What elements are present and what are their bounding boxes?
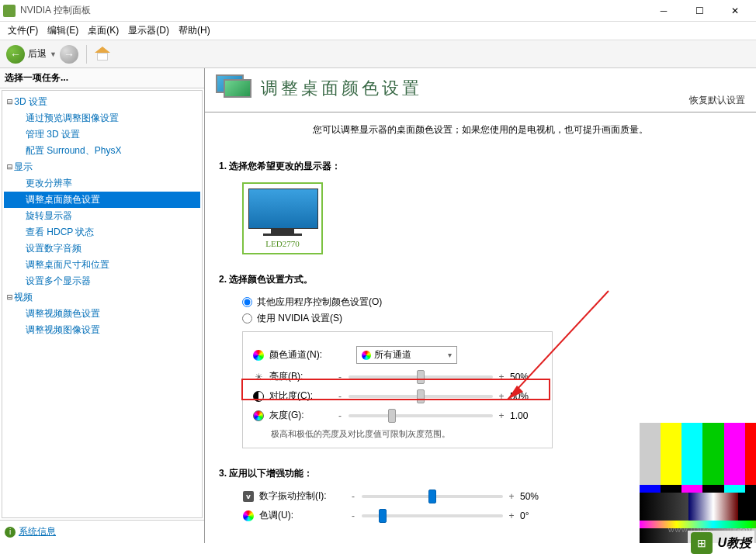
digital-vibrance-icon: 𝘃 — [243, 491, 254, 502]
tree-item[interactable]: 调整桌面尺寸和位置 — [4, 257, 200, 273]
digital-vibrance-row: 𝘃 数字振动控制(I): - + 50% — [242, 490, 553, 503]
back-label: 后退 — [28, 47, 47, 61]
tree-item[interactable]: 配置 Surround、PhysX — [4, 143, 200, 159]
menu-desktop[interactable]: 桌面(K) — [83, 22, 123, 39]
sidebar-header: 选择一项任务... — [0, 68, 204, 88]
brightness-icon — [252, 371, 265, 383]
menu-edit[interactable]: 编辑(E) — [43, 22, 83, 39]
page-description: 您可以调整显示器的桌面颜色设置；如果您使用的是电视机，也可提升画面质量。 — [219, 123, 742, 137]
window-titlebar: NVIDIA 控制面板 ─ ☐ ✕ — [0, 0, 756, 22]
gamma-note: 极高和极低的亮度及对比度值可限制灰度范围。 — [271, 428, 543, 440]
color-channel-icon — [253, 350, 264, 361]
watermark: ⊞ U教授 — [688, 531, 754, 555]
color-channel-dropdown[interactable]: 所有通道 ▾ — [356, 346, 457, 364]
brightness-row: 亮度(B): - + 50% — [252, 370, 543, 383]
chevron-down-icon: ▾ — [448, 351, 452, 359]
tree-item[interactable]: 设置多个显示器 — [4, 273, 200, 289]
maximize-button[interactable]: ☐ — [681, 0, 717, 22]
contrast-row: 对比度(C): - + 50% — [252, 389, 543, 403]
tree-category-display[interactable]: ⊟显示 — [4, 159, 200, 175]
color-bars-preview: 引用图像： 1 2 — [640, 423, 756, 543]
monitor-header-icon — [216, 74, 253, 102]
nvidia-app-icon — [3, 5, 16, 17]
content-pane: 调整桌面颜色设置 恢复默认设置 您可以调整显示器的桌面颜色设置；如果您使用的是电… — [205, 68, 756, 543]
close-button[interactable]: ✕ — [717, 0, 753, 22]
tree-item[interactable]: 旋转显示器 — [4, 208, 200, 224]
color-settings-panel: 颜色通道(N): 所有通道 ▾ 亮度(B): - — [242, 331, 553, 448]
gamma-slider[interactable] — [349, 414, 493, 417]
toolbar-separator — [86, 45, 87, 64]
tree-item[interactable]: 设置数字音频 — [4, 240, 200, 257]
display-thumbnail-icon — [248, 189, 318, 229]
gamma-icon — [253, 410, 264, 421]
digital-vibrance-slider[interactable] — [362, 495, 503, 498]
hue-value: 0° — [520, 510, 553, 521]
hue-slider[interactable] — [362, 514, 503, 517]
back-dropdown-icon[interactable]: ▼ — [50, 50, 57, 58]
step-1-title: 1. 选择您希望更改的显示器： — [219, 160, 742, 173]
digital-vibrance-value: 50% — [520, 491, 553, 502]
tree-item[interactable]: 调整视频颜色设置 — [4, 306, 200, 322]
back-arrow-icon: ← — [6, 45, 25, 64]
restore-defaults-link[interactable]: 恢复默认设置 — [689, 94, 745, 107]
gamma-row: 灰度(G): - + 1.00 — [252, 409, 543, 422]
contrast-value: 50% — [510, 391, 543, 402]
radio-other-apps[interactable]: 其他应用程序控制颜色设置(O) — [242, 296, 742, 309]
tree-item[interactable]: 查看 HDCP 状态 — [4, 224, 200, 240]
page-title: 调整桌面颜色设置 — [261, 77, 422, 100]
toolbar: ← 后退 ▼ → — [0, 40, 756, 68]
contrast-icon — [253, 391, 264, 402]
step-1: 1. 选择您希望更改的显示器： LED2770 — [219, 160, 742, 254]
step-2-title: 2. 选择颜色设置方式。 — [219, 273, 742, 286]
hue-icon — [243, 510, 254, 521]
content-body: 您可以调整显示器的桌面颜色设置；如果您使用的是电视机，也可提升画面质量。 1. … — [205, 112, 756, 543]
color-channel-row: 颜色通道(N): 所有通道 ▾ — [252, 346, 543, 364]
menu-file[interactable]: 文件(F) — [3, 22, 43, 39]
task-tree: ⊟3D 设置 通过预览调整图像设置 管理 3D 设置 配置 Surround、P… — [2, 90, 203, 518]
brightness-slider[interactable] — [349, 375, 493, 379]
watermark-text: U教授 — [717, 535, 751, 552]
display-selector[interactable]: LED2770 — [242, 182, 323, 254]
menubar: 文件(F) 编辑(E) 桌面(K) 显示器(D) 帮助(H) — [0, 22, 756, 40]
info-icon: i — [5, 527, 16, 538]
tree-category-video[interactable]: ⊟视频 — [4, 289, 200, 306]
tree-item[interactable]: 更改分辨率 — [4, 175, 200, 192]
tree-item-selected[interactable]: 调整桌面颜色设置 — [4, 192, 200, 208]
menu-help[interactable]: 帮助(H) — [174, 22, 215, 39]
radio-nvidia-settings[interactable]: 使用 NVIDIA 设置(S) — [242, 312, 742, 325]
color-channel-label: 颜色通道(N): — [269, 348, 331, 362]
display-name: LED2770 — [248, 239, 317, 248]
tree-item[interactable]: 管理 3D 设置 — [4, 126, 200, 143]
menu-display[interactable]: 显示器(D) — [123, 22, 174, 39]
content-header: 调整桌面颜色设置 恢复默认设置 — [205, 68, 756, 112]
window-title: NVIDIA 控制面板 — [20, 4, 646, 17]
contrast-slider[interactable] — [349, 395, 493, 398]
tree-item[interactable]: 通过预览调整图像设置 — [4, 110, 200, 126]
forward-button[interactable]: → — [60, 45, 78, 64]
minimize-button[interactable]: ─ — [646, 0, 681, 22]
tree-item[interactable]: 调整视频图像设置 — [4, 322, 200, 338]
system-info-link[interactable]: i系统信息 — [0, 520, 204, 543]
brightness-value: 50% — [510, 372, 543, 382]
tree-category-3d[interactable]: ⊟3D 设置 — [4, 94, 200, 110]
hue-row: 色调(U): - + 0° — [242, 509, 553, 522]
gamma-value: 1.00 — [510, 410, 543, 421]
sidebar: 选择一项任务... ⊟3D 设置 通过预览调整图像设置 管理 3D 设置 配置 … — [0, 68, 205, 543]
watermark-logo-icon: ⊞ — [691, 532, 713, 554]
home-button[interactable] — [95, 47, 110, 62]
back-button[interactable]: ← 后退 ▼ — [6, 45, 57, 64]
